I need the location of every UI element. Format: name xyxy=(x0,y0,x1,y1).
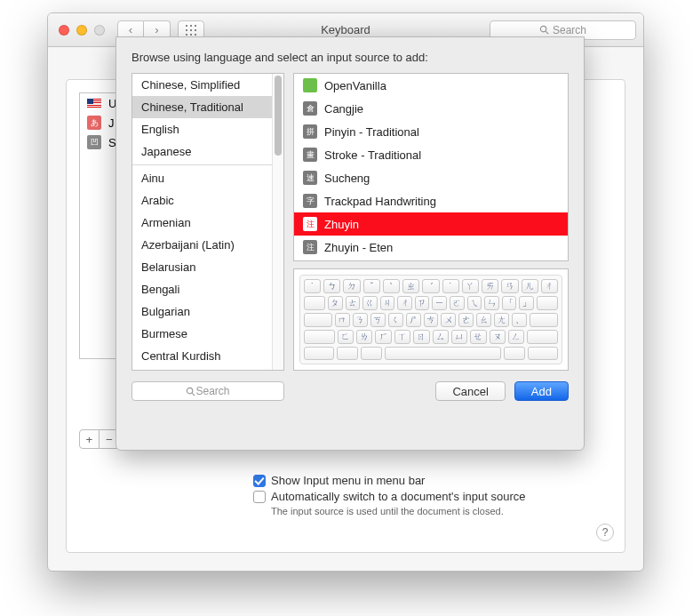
svg-line-10 xyxy=(546,31,548,34)
input-source-item[interactable]: 畫Stroke - Traditional xyxy=(294,143,568,166)
language-item[interactable]: Burmese xyxy=(132,323,283,345)
language-item[interactable]: Belarusian xyxy=(132,256,283,278)
input-source-icon: 注 xyxy=(303,217,317,231)
language-item[interactable]: Arabic xyxy=(132,189,283,212)
input-source-label: Sucheng xyxy=(324,172,370,185)
svg-rect-2 xyxy=(195,25,196,27)
svg-rect-3 xyxy=(186,29,187,31)
language-item[interactable]: English xyxy=(132,118,283,140)
sheet-search-placeholder: Search xyxy=(195,385,229,397)
keyboard-key: ㄌ xyxy=(356,330,372,344)
source-icon: 凹 xyxy=(87,135,101,149)
keyboard-key: 「 xyxy=(502,296,517,310)
keyboard-key: ㄧ xyxy=(432,296,447,310)
sheet-title: Browse using language and select an inpu… xyxy=(131,51,569,64)
input-source-list[interactable]: OpenVanilla倉Cangjie拼Pinyin - Traditional… xyxy=(293,73,569,261)
keyboard-key: ㄤ xyxy=(494,313,509,327)
keyboard-key: ㄑ xyxy=(388,313,403,327)
keyboard-key: ㄙ xyxy=(433,330,449,344)
keyboard-key: ㄆ xyxy=(328,296,343,310)
svg-point-11 xyxy=(187,388,193,393)
keyboard-key: ㄡ xyxy=(490,330,506,344)
input-source-icon: 速 xyxy=(303,171,317,185)
input-source-icon xyxy=(303,78,317,92)
keyboard-key: ㄟ xyxy=(467,296,482,310)
keyboard-key: ˊ xyxy=(422,279,439,293)
keyboard-key: ㄦ xyxy=(522,279,538,293)
language-item[interactable]: Ainu xyxy=(132,167,283,189)
keyboard-key: ˙ xyxy=(304,279,321,293)
keyboard-key: ˇ xyxy=(363,279,380,293)
language-item[interactable]: Japanese xyxy=(132,140,283,163)
language-item[interactable]: Chinese, Simplified xyxy=(132,74,283,96)
language-item[interactable]: Chinese, Traditional xyxy=(132,96,283,118)
language-item[interactable]: Central Kurdish xyxy=(132,345,283,367)
keyboard-key: 、 xyxy=(512,313,527,327)
keyboard-key: ㄥ xyxy=(508,330,524,344)
keyboard-key: ㄗ xyxy=(415,296,430,310)
toolbar-search-placeholder: Search xyxy=(553,24,586,36)
traffic-lights xyxy=(55,25,105,36)
keyboard-key: ㄏ xyxy=(375,330,391,344)
keyboard-key: ㄅ xyxy=(323,279,340,293)
minimize-window-button[interactable] xyxy=(76,25,87,36)
show-menu-checkbox[interactable] xyxy=(253,475,266,487)
keyboard-key: ㄕ xyxy=(406,313,421,327)
auto-switch-note: The input source is used until the docum… xyxy=(271,506,612,516)
help-button[interactable]: ? xyxy=(596,524,614,541)
keyboard-key: ˙ xyxy=(442,279,459,293)
svg-rect-1 xyxy=(190,25,192,27)
keyboard-key: ㄖ xyxy=(413,330,429,344)
keyboard-key: ㄩ xyxy=(451,330,467,344)
scrollbar[interactable] xyxy=(272,74,283,370)
keyboard-key: ㄓ xyxy=(402,279,419,293)
cancel-button[interactable]: Cancel xyxy=(435,381,505,401)
keyboard-key: ㄘ xyxy=(424,313,439,327)
add-source-button[interactable]: + xyxy=(79,429,100,449)
input-source-label: Cangjie xyxy=(324,102,363,116)
input-source-item[interactable]: 倉Cangjie xyxy=(294,97,568,120)
svg-rect-4 xyxy=(190,29,192,31)
keyboard-key: ㄔ xyxy=(397,296,412,310)
input-source-item[interactable]: OpenVanilla xyxy=(294,74,568,97)
input-source-label: Zhuyin xyxy=(324,218,359,231)
input-source-item[interactable]: 注Zhuyin - Eten xyxy=(294,236,568,259)
svg-rect-5 xyxy=(195,29,196,31)
input-source-icon: 注 xyxy=(303,240,317,254)
options-area: Show Input menu in menu bar Automaticall… xyxy=(253,471,612,516)
language-item[interactable]: Bulgarian xyxy=(132,300,283,323)
keyboard-key: ㄒ xyxy=(394,330,410,344)
input-source-item[interactable]: 注Zhuyin xyxy=(294,212,568,236)
sheet-search[interactable]: Search xyxy=(131,381,284,401)
close-window-button[interactable] xyxy=(59,25,69,36)
input-source-label: Zhuyin - Eten xyxy=(324,241,393,254)
svg-rect-7 xyxy=(190,34,192,36)
language-list[interactable]: Chinese, SimplifiedChinese, TraditionalE… xyxy=(131,73,284,371)
zoom-window-button[interactable] xyxy=(94,25,105,36)
keyboard-key: ㄢ xyxy=(501,279,518,293)
preferences-window: ‹ › Keyboard Search U あ J 凹 S xyxy=(47,12,644,572)
language-item[interactable]: Armenian xyxy=(132,212,283,234)
input-source-icon: 拼 xyxy=(303,124,317,139)
input-source-label: Stroke - Traditional xyxy=(324,148,421,162)
svg-rect-6 xyxy=(186,34,187,36)
input-source-item[interactable]: 拼Pinyin - Traditional xyxy=(294,120,568,143)
keyboard-key: ㄈ xyxy=(338,330,354,344)
keyboard-key: ㄎ xyxy=(370,313,386,327)
keyboard-key: ㄜ xyxy=(458,313,474,327)
keyboard-key: ㄉ xyxy=(343,279,360,293)
input-source-item[interactable]: 速Sucheng xyxy=(294,166,568,189)
add-button[interactable]: Add xyxy=(514,381,569,401)
input-source-item[interactable]: 字Trackpad Handwriting xyxy=(294,189,568,212)
input-source-label: OpenVanilla xyxy=(324,79,386,92)
show-menu-checkbox-row: Show Input menu in menu bar xyxy=(253,474,612,487)
svg-line-12 xyxy=(193,393,195,396)
input-source-icon: 字 xyxy=(303,194,317,208)
keyboard-key: ㄝ xyxy=(470,330,486,344)
keyboard-key: ㄠ xyxy=(476,313,491,327)
auto-switch-checkbox[interactable] xyxy=(253,491,266,503)
scroll-thumb[interactable] xyxy=(275,76,282,156)
language-item[interactable]: Azerbaijani (Latin) xyxy=(132,234,283,256)
flag-icon xyxy=(87,99,101,108)
language-item[interactable]: Bengali xyxy=(132,278,283,300)
